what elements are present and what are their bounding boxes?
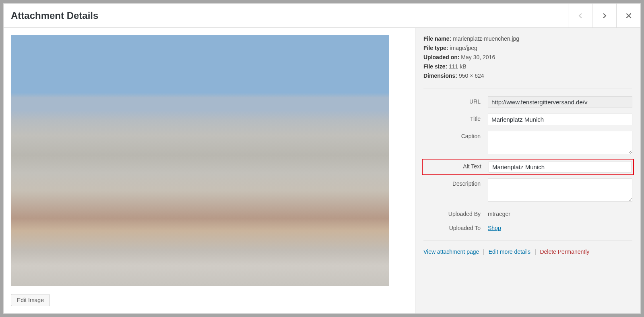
uploaded-to-link[interactable]: Shop xyxy=(488,225,501,231)
title-input[interactable] xyxy=(488,114,632,125)
meta-dimensions-value: 950 × 624 xyxy=(459,73,484,79)
meta-dimensions-label: Dimensions: xyxy=(423,73,457,79)
meta-filetype-label: File type: xyxy=(423,45,448,51)
file-meta-block: File name: marienplatz-muenchen.jpg File… xyxy=(423,34,632,89)
details-pane: File name: marienplatz-muenchen.jpg File… xyxy=(415,28,640,313)
url-label: URL xyxy=(423,96,488,105)
preview-pane: Edit Image xyxy=(4,28,415,313)
close-button[interactable] xyxy=(616,4,640,28)
meta-filename-value: marienplatz-muenchen.jpg xyxy=(453,35,519,42)
delete-permanently-link[interactable]: Delete Permanently xyxy=(540,249,589,255)
separator: | xyxy=(483,249,485,255)
chevron-left-icon xyxy=(576,11,585,20)
modal-header: Attachment Details xyxy=(4,4,640,28)
uploaded-by-row: Uploaded By mtraeger xyxy=(423,209,632,217)
title-label: Title xyxy=(423,114,488,122)
close-icon xyxy=(624,11,633,20)
title-row: Title xyxy=(423,114,632,125)
description-label: Description xyxy=(423,178,488,187)
caption-row: Caption xyxy=(423,131,632,155)
alt-text-label: Alt Text xyxy=(424,161,489,170)
uploaded-by-value: mtraeger xyxy=(488,209,510,217)
url-row: URL xyxy=(423,96,632,108)
uploaded-to-row: Uploaded To Shop xyxy=(423,223,632,231)
alt-text-row: Alt Text xyxy=(423,160,632,174)
caption-textarea[interactable] xyxy=(488,131,632,154)
nav-button-group xyxy=(568,4,640,27)
separator: | xyxy=(535,249,536,255)
meta-filesize-label: File size: xyxy=(423,63,447,70)
view-attachment-link[interactable]: View attachment page xyxy=(423,249,479,255)
meta-filesize-value: 111 kB xyxy=(449,63,466,70)
modal-title: Attachment Details xyxy=(11,10,568,21)
meta-filename-label: File name: xyxy=(423,35,451,42)
uploaded-to-label: Uploaded To xyxy=(423,223,488,231)
edit-image-button[interactable]: Edit Image xyxy=(11,294,50,306)
meta-uploadedon-label: Uploaded on: xyxy=(423,54,459,60)
description-textarea[interactable] xyxy=(488,178,632,202)
prev-button[interactable] xyxy=(568,4,592,28)
next-button[interactable] xyxy=(592,4,616,28)
edit-more-details-link[interactable]: Edit more details xyxy=(489,249,530,255)
modal-body: Edit Image File name: marienplatz-muench… xyxy=(4,28,640,313)
uploaded-by-label: Uploaded By xyxy=(423,209,488,217)
alt-text-input[interactable] xyxy=(489,161,632,173)
attachment-preview-image xyxy=(11,35,389,286)
meta-uploadedon-value: May 30, 2016 xyxy=(461,54,495,60)
chevron-right-icon xyxy=(600,11,609,20)
description-row: Description xyxy=(423,178,632,203)
url-input[interactable] xyxy=(488,96,632,108)
meta-filetype-value: image/jpeg xyxy=(450,45,477,51)
actions-row: View attachment page | Edit more details… xyxy=(423,240,632,255)
attachment-details-modal: Attachment Details Edit Image File name:… xyxy=(3,3,641,314)
caption-label: Caption xyxy=(423,131,488,139)
